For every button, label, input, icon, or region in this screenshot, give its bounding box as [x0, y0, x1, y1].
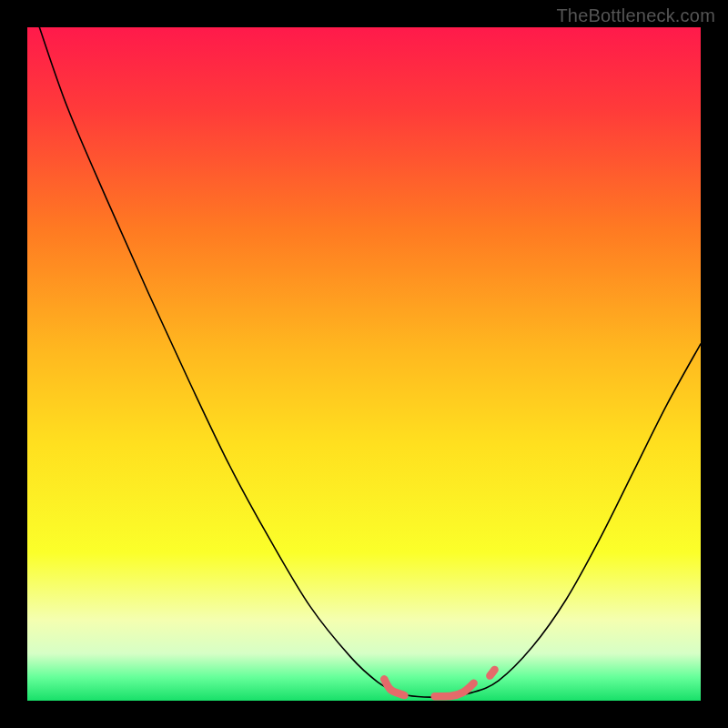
optimal-marker-2: [490, 670, 494, 676]
chart-frame: TheBottleneck.com: [0, 0, 728, 728]
chart-svg: [27, 27, 701, 701]
watermark-text: TheBottleneck.com: [556, 5, 715, 26]
chart-background: [27, 27, 701, 701]
chart-plot-area: [27, 27, 701, 701]
